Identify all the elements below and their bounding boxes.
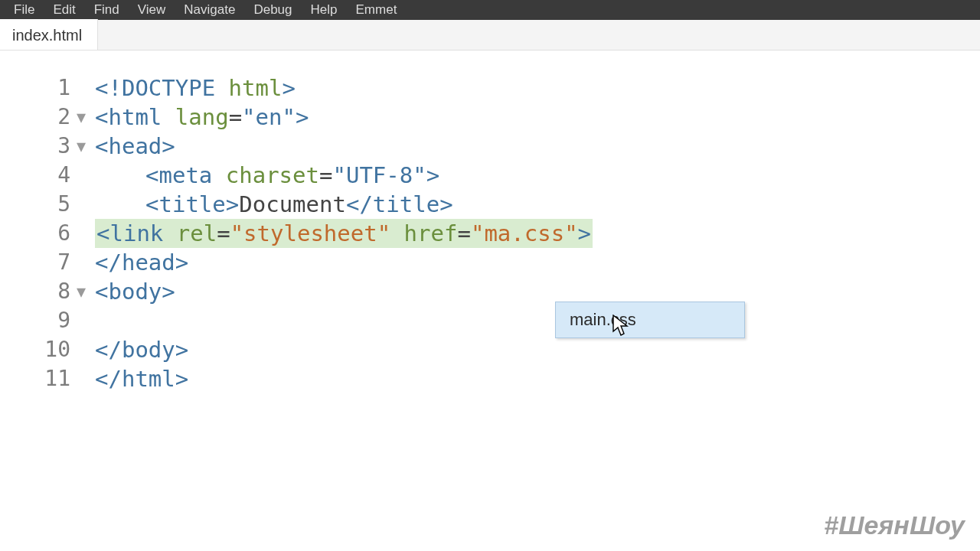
line-number: 2 [0, 103, 77, 132]
line-number: 6 [0, 219, 77, 248]
line-number: 1 [0, 73, 77, 103]
code-line[interactable]: 10 </body> [0, 335, 980, 364]
code-line[interactable]: 8 ▼ <body> [0, 277, 980, 306]
line-number: 7 [0, 248, 77, 277]
code-text: <head> [95, 132, 175, 161]
fold-toggle-icon[interactable]: ▼ [77, 132, 95, 161]
code-text: <html lang="en"> [95, 103, 309, 132]
code-text: <!DOCTYPE html> [95, 73, 296, 103]
menu-edit[interactable]: Edit [44, 1, 84, 19]
code-line[interactable]: 7 </head> [0, 248, 980, 277]
menu-emmet[interactable]: Emmet [347, 1, 407, 19]
autocomplete-item[interactable]: main.css [556, 302, 744, 337]
menu-debug[interactable]: Debug [244, 1, 301, 19]
menu-bar: File Edit Find View Navigate Debug Help … [0, 0, 980, 20]
fold-toggle-icon[interactable]: ▼ [77, 277, 95, 306]
code-text: </html> [95, 364, 188, 393]
line-number: 10 [0, 335, 77, 364]
line-number: 4 [0, 161, 77, 190]
code-line[interactable]: 11 </html> [0, 364, 980, 393]
code-text: <body> [95, 277, 175, 306]
code-text: </body> [95, 335, 188, 364]
line-number: 9 [0, 306, 77, 335]
menu-file[interactable]: File [5, 1, 44, 19]
code-text: </head> [95, 248, 188, 277]
code-line[interactable]: 5 <title>Document</title> [0, 190, 980, 219]
code-editor[interactable]: 1 <!DOCTYPE html> 2 ▼ <html lang="en"> 3… [0, 51, 980, 393]
code-line[interactable]: 1 <!DOCTYPE html> [0, 73, 980, 103]
fold-toggle-icon[interactable]: ▼ [77, 103, 95, 132]
tab-index-html[interactable]: index.html [0, 19, 98, 50]
menu-navigate[interactable]: Navigate [175, 1, 244, 19]
code-text: <link rel="stylesheet" href="ma.css"> [95, 219, 593, 248]
autocomplete-popup[interactable]: main.css [555, 302, 745, 338]
watermark-text: #ШеянШоу [824, 510, 965, 540]
menu-view[interactable]: View [129, 1, 175, 19]
code-line[interactable]: 9 [0, 306, 980, 335]
line-number: 5 [0, 190, 77, 219]
code-text: <title>Document</title> [95, 190, 453, 219]
code-line[interactable]: 4 <meta charset="UTF-8"> [0, 161, 980, 190]
menu-find[interactable]: Find [85, 1, 129, 19]
code-line[interactable]: 3 ▼ <head> [0, 132, 980, 161]
code-text: <meta charset="UTF-8"> [95, 161, 439, 190]
code-line-active[interactable]: 6 <link rel="stylesheet" href="ma.css"> [0, 219, 980, 248]
menu-help[interactable]: Help [302, 1, 347, 19]
code-line[interactable]: 2 ▼ <html lang="en"> [0, 103, 980, 132]
line-number: 3 [0, 132, 77, 161]
tab-bar: index.html [0, 20, 980, 51]
line-number: 8 [0, 277, 77, 306]
line-number: 11 [0, 364, 77, 393]
